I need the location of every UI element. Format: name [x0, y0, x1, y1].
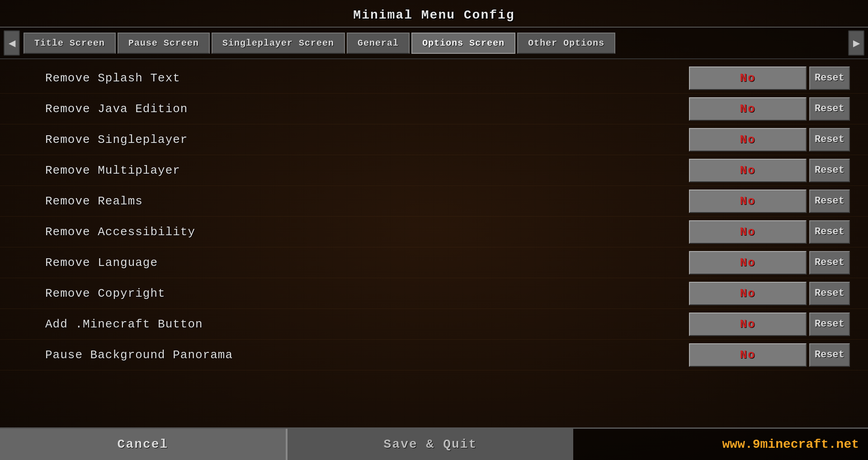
reset-button-remove-splash-text[interactable]: Reset	[809, 66, 850, 90]
tabs-container: Title Screen Pause Screen Singleplayer S…	[20, 29, 848, 57]
value-button-remove-realms[interactable]: No	[689, 190, 807, 213]
watermark-text: www.9minecraft.net	[722, 437, 859, 451]
tab-options-screen[interactable]: Options Screen	[411, 33, 515, 54]
tab-pause-screen[interactable]: Pause Screen	[118, 33, 210, 54]
value-button-remove-splash-text[interactable]: No	[689, 66, 807, 90]
setting-row-remove-multiplayer: Remove Multiplayer No Reset	[0, 155, 868, 186]
bottom-bar: Cancel Save & Quit www.9minecraft.net	[0, 427, 868, 460]
value-button-remove-language[interactable]: No	[689, 251, 807, 275]
setting-label: Remove Splash Text	[45, 71, 689, 85]
setting-label: Remove Singleplayer	[45, 133, 689, 147]
value-button-remove-multiplayer[interactable]: No	[689, 159, 807, 182]
setting-row-remove-copyright: Remove Copyright No Reset	[0, 278, 868, 309]
setting-controls: No Reset	[689, 313, 850, 336]
value-button-pause-background-panorama[interactable]: No	[689, 343, 807, 367]
setting-label: Remove Multiplayer	[45, 164, 689, 177]
setting-controls: No Reset	[689, 97, 850, 121]
reset-button-remove-multiplayer[interactable]: Reset	[809, 159, 850, 182]
value-button-remove-java-edition[interactable]: No	[689, 97, 807, 121]
value-button-remove-accessibility[interactable]: No	[689, 220, 807, 244]
value-button-remove-copyright[interactable]: No	[689, 282, 807, 305]
setting-row-remove-accessibility: Remove Accessibility No Reset	[0, 217, 868, 247]
setting-label: Remove Realms	[45, 194, 689, 208]
setting-label: Remove Accessibility	[45, 225, 689, 239]
tab-singleplayer-screen[interactable]: Singleplayer Screen	[212, 33, 345, 54]
tab-bar: ◀ Title Screen Pause Screen Singleplayer…	[0, 27, 868, 59]
watermark: www.9minecraft.net	[573, 437, 868, 451]
reset-button-remove-realms[interactable]: Reset	[809, 190, 850, 213]
setting-controls: No Reset	[689, 282, 850, 305]
tab-other-options[interactable]: Other Options	[517, 33, 615, 54]
reset-button-remove-singleplayer[interactable]: Reset	[809, 128, 850, 152]
tab-arrow-left[interactable]: ◀	[4, 30, 20, 56]
setting-row-pause-background-panorama: Pause Background Panorama No Reset	[0, 340, 868, 370]
setting-controls: No Reset	[689, 251, 850, 275]
setting-controls: No Reset	[689, 159, 850, 182]
setting-label: Remove Copyright	[45, 287, 689, 300]
tab-general[interactable]: General	[347, 33, 410, 54]
cancel-button[interactable]: Cancel	[0, 429, 287, 460]
reset-button-remove-accessibility[interactable]: Reset	[809, 220, 850, 244]
reset-button-remove-copyright[interactable]: Reset	[809, 282, 850, 305]
setting-row-remove-realms: Remove Realms No Reset	[0, 186, 868, 217]
reset-button-pause-background-panorama[interactable]: Reset	[809, 343, 850, 367]
reset-button-remove-java-edition[interactable]: Reset	[809, 97, 850, 121]
page-wrapper: Minimal Menu Config ◀ Title Screen Pause…	[0, 0, 868, 460]
setting-label: Pause Background Panorama	[45, 348, 689, 362]
page-title: Minimal Menu Config	[0, 0, 868, 27]
value-button-remove-singleplayer[interactable]: No	[689, 128, 807, 152]
setting-row-remove-splash-text: Remove Splash Text No Reset	[0, 63, 868, 94]
setting-row-remove-singleplayer: Remove Singleplayer No Reset	[0, 124, 868, 155]
setting-row-add-minecraft-button: Add .Minecraft Button No Reset	[0, 309, 868, 340]
reset-button-add-minecraft-button[interactable]: Reset	[809, 313, 850, 336]
setting-controls: No Reset	[689, 128, 850, 152]
setting-row-remove-language: Remove Language No Reset	[0, 247, 868, 278]
reset-button-remove-language[interactable]: Reset	[809, 251, 850, 275]
tab-arrow-right[interactable]: ▶	[848, 30, 864, 56]
setting-label: Add .Minecraft Button	[45, 318, 689, 331]
setting-controls: No Reset	[689, 343, 850, 367]
content-area: Remove Splash Text No Reset Remove Java …	[0, 59, 868, 427]
save-quit-button[interactable]: Save & Quit	[287, 429, 573, 460]
setting-controls: No Reset	[689, 190, 850, 213]
setting-controls: No Reset	[689, 220, 850, 244]
tab-title-screen[interactable]: Title Screen	[24, 33, 116, 54]
chevron-right-icon: ▶	[853, 38, 860, 48]
chevron-left-icon: ◀	[9, 38, 15, 48]
setting-label: Remove Java Edition	[45, 102, 689, 116]
setting-controls: No Reset	[689, 66, 850, 90]
value-button-add-minecraft-button[interactable]: No	[689, 313, 807, 336]
setting-label: Remove Language	[45, 256, 689, 270]
setting-row-remove-java-edition: Remove Java Edition No Reset	[0, 94, 868, 124]
